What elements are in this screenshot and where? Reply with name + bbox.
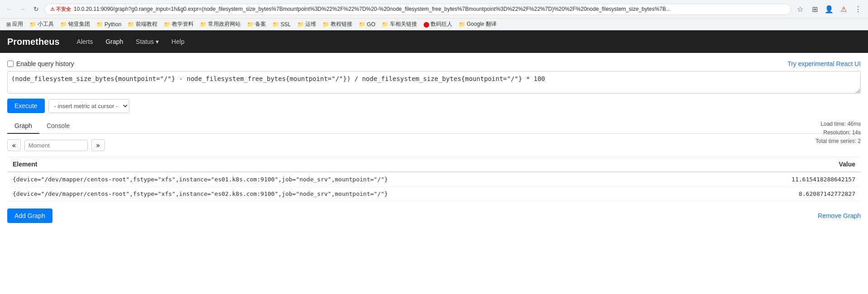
value-cell: 8.62087142772827 (723, 187, 861, 201)
next-time-button[interactable]: » (91, 139, 105, 151)
nav-alerts[interactable]: Alerts (71, 31, 100, 52)
total-series: Total time series: 2 (816, 137, 861, 146)
menu-icon[interactable]: ⋮ (852, 3, 864, 15)
folder-icon: 📁 (96, 21, 103, 28)
value-cell: 11.615418288642157 (723, 172, 861, 187)
profile-icon[interactable]: 👤 (823, 3, 835, 15)
tab-console[interactable]: Console (39, 119, 77, 134)
bookmark-apps[interactable]: ⊞ 应用 (4, 19, 26, 29)
folder-icon: 📁 (359, 21, 365, 28)
page-container: Enable query history Try experimental Re… (0, 53, 868, 234)
value-col-header: Value (723, 157, 861, 172)
main-content: Enable query history Try experimental Re… (0, 53, 868, 234)
circle-icon: ⬤ (423, 21, 429, 28)
nav-status[interactable]: Status ▾ (129, 31, 165, 52)
bookmark-beian[interactable]: 📁 备案 (244, 19, 269, 29)
bookmark-frontend[interactable]: 📁 前端教程 (125, 19, 160, 29)
bookmark-python[interactable]: 📁 Python (94, 20, 124, 28)
app-title: Prometheus (7, 37, 60, 47)
folder-icon: 📁 (164, 21, 171, 28)
add-graph-button[interactable]: Add Graph (7, 209, 52, 223)
results-table: Element Value {device="/dev/mapper/cento… (7, 157, 861, 201)
bookmark-gov[interactable]: 📁 常用政府网站 (197, 19, 243, 29)
bookmark-star-icon[interactable]: ☆ (794, 3, 806, 15)
bookmark-shuma[interactable]: ⬤ 数码狂人 (421, 19, 455, 29)
folder-icon: 📁 (247, 21, 254, 28)
nav-help[interactable]: Help (165, 31, 191, 52)
refresh-button[interactable]: ↻ (31, 4, 42, 14)
security-warning: ⚠ 不安全 (50, 6, 71, 13)
bookmark-tutorials[interactable]: 📁 教程链接 (320, 19, 355, 29)
react-ui-link[interactable]: Try experimental React UI (787, 60, 861, 67)
table-row: {device="/dev/mapper/centos-root",fstype… (7, 172, 861, 187)
element-cell: {device="/dev/mapper/centos-root",fstype… (7, 187, 723, 201)
load-info: Load time: 46ms Resolution: 14s Total ti… (816, 120, 861, 146)
folder-icon: 📁 (297, 21, 304, 28)
app-nav: Alerts Graph Status ▾ Help (71, 31, 191, 52)
folder-icon: 📁 (323, 21, 329, 28)
query-history-label[interactable]: Enable query history (7, 60, 74, 67)
bookmark-ssl[interactable]: 📁 SSL (270, 20, 294, 28)
bottom-row: Add Graph Remove Graph (7, 201, 861, 227)
apps-grid-icon: ⊞ (6, 21, 11, 28)
browser-chrome: ← → ↻ ⚠ 不安全 10.0.20.11:9090/graph?g0.ran… (0, 0, 868, 30)
metric-select[interactable]: - insert metric at cursor - (48, 99, 129, 113)
table-row: {device="/dev/mapper/centos-root",fstype… (7, 187, 861, 201)
controls-row: Execute - insert metric at cursor - (7, 99, 861, 113)
bookmark-car[interactable]: 📁 车相关链接 (379, 19, 420, 29)
folder-icon: 📁 (382, 21, 389, 28)
address-bar[interactable]: ⚠ 不安全 10.0.20.11:9090/graph?g0.range_inp… (44, 4, 791, 15)
bookmark-yunwei[interactable]: 📁 运维 (294, 19, 319, 29)
app-header: Prometheus Alerts Graph Status ▾ Help (0, 30, 868, 53)
browser-toolbar: ← → ↻ ⚠ 不安全 10.0.20.11:9090/graph?g0.ran… (0, 0, 868, 18)
forward-button[interactable]: → (17, 4, 28, 14)
element-col-header: Element (7, 157, 723, 172)
moment-input[interactable] (24, 140, 88, 151)
folder-icon: 📁 (60, 21, 67, 28)
folder-icon: 📁 (459, 21, 465, 28)
toolbar-icons: ☆ ⊞ 👤 ⚠ ⋮ (794, 3, 864, 15)
resolution: Resolution: 14s (816, 128, 861, 137)
query-history-checkbox[interactable] (7, 61, 14, 67)
folder-icon: 📁 (128, 21, 134, 28)
nav-graph[interactable]: Graph (99, 31, 129, 52)
element-cell: {device="/dev/mapper/centos-root",fstype… (7, 172, 723, 187)
bookmarks-bar: ⊞ 应用 📁 小工具 📁 铭亚集团 📁 Python 📁 前端教程 📁 教学资料… (0, 18, 868, 30)
bookmark-teaching[interactable]: 📁 教学资料 (161, 19, 196, 29)
warning-icon[interactable]: ⚠ (837, 3, 850, 15)
folder-icon: 📁 (200, 21, 207, 28)
graph-controls: « » (7, 134, 861, 157)
bookmark-google-translate[interactable]: 📁 Google 翻译 (456, 19, 499, 29)
query-textarea[interactable] (7, 71, 861, 94)
folder-icon: 📁 (272, 21, 279, 28)
execute-button[interactable]: Execute (7, 99, 45, 113)
back-button[interactable]: ← (4, 4, 14, 14)
load-time: Load time: 46ms (816, 120, 861, 128)
bookmark-tools[interactable]: 📁 小工具 (27, 19, 57, 29)
prev-time-button[interactable]: « (7, 139, 21, 151)
remove-graph-link[interactable]: Remove Graph (818, 212, 861, 219)
bookmark-go[interactable]: 📁 GO (356, 20, 378, 28)
extensions-icon[interactable]: ⊞ (808, 3, 821, 15)
bookmark-mingya[interactable]: 📁 铭亚集团 (57, 19, 93, 29)
url-text: 10.0.20.11:9090/graph?g0.range_input=1h&… (74, 6, 670, 12)
tabs: Graph Console (7, 119, 861, 134)
top-row: Enable query history Try experimental Re… (7, 60, 861, 67)
folder-icon: 📁 (29, 21, 36, 28)
tab-graph[interactable]: Graph (7, 119, 39, 134)
